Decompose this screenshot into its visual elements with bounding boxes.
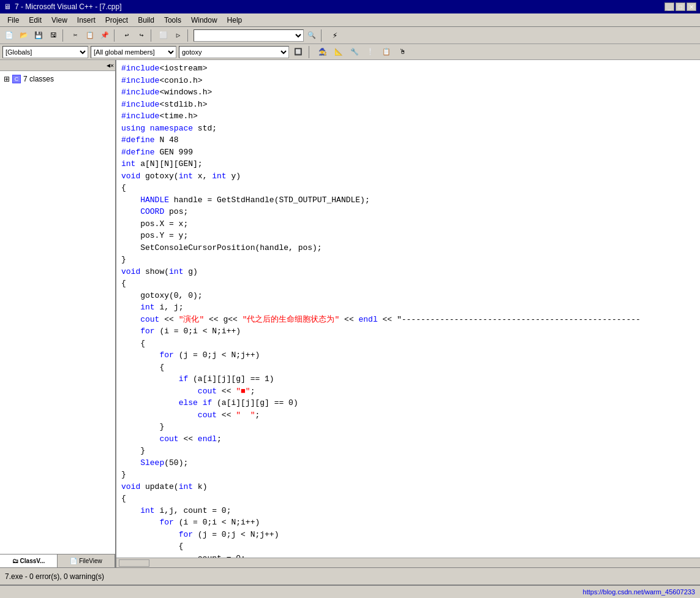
main-area: ◀ ✕ ⊞ C 7 classes 🗂 ClassV... 📄 FileView… <box>0 60 700 567</box>
left-panel: ◀ ✕ ⊞ C 7 classes 🗂 ClassV... 📄 FileView <box>0 60 116 567</box>
menu-view[interactable]: View <box>47 15 72 26</box>
menu-help[interactable]: Help <box>222 15 247 26</box>
code-line: Sleep(50); <box>121 457 695 469</box>
event-handler-button[interactable]: 📋 <box>380 45 393 59</box>
code-line: #include<windows.h> <box>121 86 695 99</box>
code-line: void update(int k) <box>121 481 695 493</box>
wizard-button[interactable]: ⚡ <box>327 29 343 42</box>
code-line: int i,j, count = 0; <box>121 505 695 517</box>
maximize-button[interactable]: □ <box>676 2 685 11</box>
tab-classview[interactable]: 🗂 ClassV... <box>0 554 58 567</box>
menu-file[interactable]: File <box>2 15 24 26</box>
separator-5 <box>321 29 325 42</box>
code-line: cout << "演化" << g<< "代之后的生命细胞状态为" << end… <box>121 314 695 326</box>
menu-edit[interactable]: Edit <box>24 15 47 26</box>
class-tree: ⊞ C 7 classes <box>0 71 115 554</box>
copy-button[interactable]: 📋 <box>83 29 97 42</box>
left-panel-tabs: 🗂 ClassV... 📄 FileView <box>0 554 115 567</box>
menu-project[interactable]: Project <box>100 15 133 26</box>
code-line: } <box>121 421 695 433</box>
code-line: if (a[i][j][g] == 1) <box>121 373 695 385</box>
code-line: for (j = 0;j < N;j++) <box>121 349 695 361</box>
separator-6 <box>309 46 312 58</box>
code-line: SetConsoleCursorPosition(handle, pos); <box>121 242 695 254</box>
menu-insert[interactable]: Insert <box>72 15 100 26</box>
add-method-button[interactable]: 🔧 <box>348 45 361 59</box>
close-button[interactable]: ✕ <box>687 2 696 11</box>
code-line: } <box>121 254 695 266</box>
code-line: #include<stdlib.h> <box>121 99 695 111</box>
left-panel-header: ◀ ✕ <box>0 60 115 71</box>
horizontal-scrollbar[interactable] <box>116 558 700 567</box>
save-button[interactable]: 💾 <box>32 29 45 42</box>
context-button[interactable]: 🖱 <box>396 45 409 59</box>
code-line: { <box>121 182 695 194</box>
code-line: int i, j; <box>121 301 695 314</box>
breakpoint-button[interactable]: ⬜ <box>157 29 170 42</box>
code-line: for (i = 0;i < N;i++) <box>121 325 695 338</box>
redo-button[interactable]: ↪ <box>135 29 148 42</box>
code-line: int a[N][N][GEN]; <box>121 158 695 170</box>
minimize-button[interactable]: _ <box>664 2 674 11</box>
globals-dropdown[interactable]: [Globals] <box>2 46 88 58</box>
paste-button[interactable]: 📌 <box>98 29 111 42</box>
menu-bar: File Edit View Insert Project Build Tool… <box>0 13 700 27</box>
open-button[interactable]: 📂 <box>17 29 31 42</box>
separator-4 <box>187 29 191 42</box>
code-line: #include<conio.h> <box>121 75 695 87</box>
code-line: else if (a[i][j][g] == 0) <box>121 397 695 409</box>
code-line: { <box>121 540 695 553</box>
fileview-label: FileView <box>79 558 102 564</box>
classes-root[interactable]: ⊞ C 7 classes <box>2 74 113 85</box>
code-line: cout << " "; <box>121 409 695 422</box>
nav-icon[interactable]: 🔲 <box>292 45 305 59</box>
toolbar-1: 📄 📂 💾 🖫 ✂ 📋 📌 ↩ ↪ ⬜ ▷ 🔍 ⚡ <box>0 27 700 44</box>
build-result: 7.exe - 0 error(s), 0 warning(s) <box>5 572 104 581</box>
code-line: COORD pos; <box>121 206 695 218</box>
code-line: { <box>121 361 695 374</box>
title-bar-left: 🖥 7 - Microsoft Visual C++ - [7.cpp] <box>4 2 122 11</box>
find-button[interactable]: 🔍 <box>305 29 318 42</box>
add-member-button[interactable]: 📐 <box>332 45 345 59</box>
csdn-link[interactable]: https://blog.csdn.net/warm_45607233 <box>583 588 695 596</box>
function-dropdown[interactable]: gotoxy <box>179 46 289 58</box>
classview-label: ClassV... <box>20 558 45 564</box>
code-line: #define GEN 999 <box>121 146 695 159</box>
code-line: pos.Y = y; <box>121 230 695 242</box>
undo-button[interactable]: ↩ <box>120 29 134 42</box>
save-all-button[interactable]: 🖫 <box>47 29 60 42</box>
code-line: for (i = 0;i < N;i++) <box>121 517 695 529</box>
code-line: { <box>121 493 695 505</box>
code-line: gotoxy(0, 0); <box>121 290 695 302</box>
menu-window[interactable]: Window <box>186 15 222 26</box>
code-line: void show(int g) <box>121 266 695 278</box>
class-icon: C <box>12 75 21 83</box>
scrollbar-thumb[interactable] <box>119 559 149 567</box>
expand-icon: ⊞ <box>4 75 10 83</box>
code-line: { <box>121 338 695 350</box>
code-line: count = 0; <box>121 553 695 558</box>
code-line: void gotoxy(int x, int y) <box>121 170 695 183</box>
separator-3 <box>151 29 154 42</box>
code-area: #include<iostream>#include<conio.h>#incl… <box>116 60 700 567</box>
step-button[interactable]: ▷ <box>171 29 185 42</box>
panel-close-button[interactable]: ✕ <box>110 62 114 69</box>
code-line: cout << endl; <box>121 433 695 445</box>
members-dropdown[interactable]: [All global members] <box>91 46 176 58</box>
code-line: #include<iostream> <box>121 62 695 75</box>
code-line: { <box>121 278 695 290</box>
title-text: 7 - Microsoft Visual C++ - [7.cpp] <box>15 2 122 11</box>
title-bar-controls: _ □ ✕ <box>664 2 696 11</box>
cut-button[interactable]: ✂ <box>69 29 82 42</box>
separator-2 <box>114 29 118 42</box>
menu-build[interactable]: Build <box>133 15 159 26</box>
search-dropdown[interactable] <box>194 29 304 42</box>
new-file-button[interactable]: 📄 <box>2 29 16 42</box>
menu-tools[interactable]: Tools <box>159 15 186 26</box>
classes-label: 7 classes <box>23 75 54 83</box>
code-editor[interactable]: #include<iostream>#include<conio.h>#incl… <box>116 60 700 558</box>
tab-fileview[interactable]: 📄 FileView <box>58 554 115 567</box>
override-button[interactable]: ❕ <box>364 45 377 59</box>
class-wiz-button[interactable]: 🧙 <box>316 45 329 59</box>
code-line: using namespace std; <box>121 123 695 135</box>
